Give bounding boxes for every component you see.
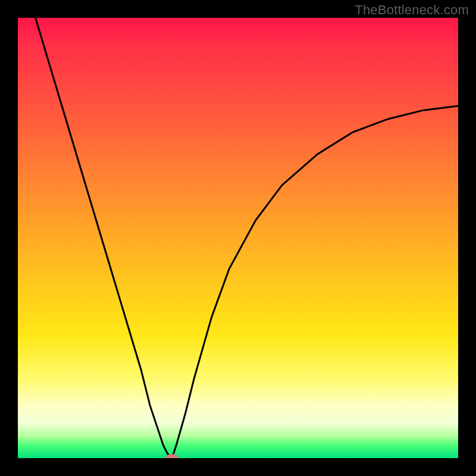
- curve-left: [36, 18, 172, 458]
- curve-right: [172, 106, 458, 458]
- chart-frame: TheBottleneck.com: [0, 0, 476, 476]
- chart-svg: [18, 18, 458, 458]
- watermark-text: TheBottleneck.com: [355, 2, 469, 18]
